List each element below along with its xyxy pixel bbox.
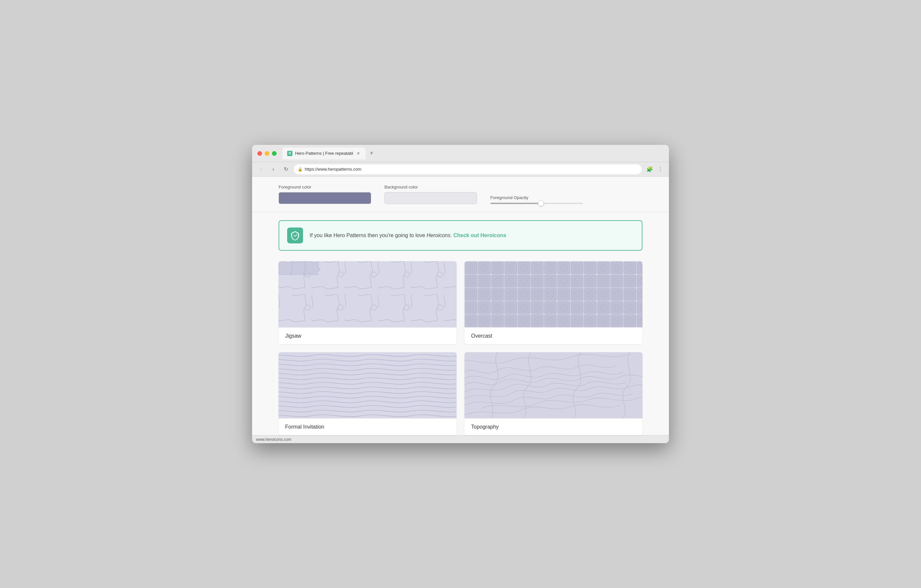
background-color-label: Background color [384,185,477,190]
banner-text-before: If you like Hero Patterns then you're go… [310,232,426,238]
pattern-name-topo: Topography [464,418,643,435]
heroicons-link[interactable]: Check out Heroicons [453,232,506,238]
active-tab[interactable]: H Hero Patterns | Free repeatabl ✕ [283,148,366,159]
jigsaw-svg [278,261,457,327]
tab-bar: H Hero Patterns | Free repeatabl ✕ + [283,148,664,159]
background-color-wrapper [384,192,477,204]
pattern-card-formal[interactable]: Formal Invitation [278,352,457,435]
opacity-slider-container [490,203,583,204]
close-button[interactable] [257,151,262,156]
topo-svg [464,352,643,418]
background-color-swatch[interactable] [384,192,477,204]
opacity-label: Foreground Opacity [490,195,583,200]
browser-window: H Hero Patterns | Free repeatabl ✕ + ‹ ›… [252,145,669,443]
pattern-preview-formal [278,352,457,418]
pattern-name-jigsaw: Jigsaw [278,327,457,344]
reload-button[interactable]: ↻ [281,165,290,174]
status-bar: www.heroicons.com [252,435,669,443]
extensions-button[interactable]: 🧩 [645,165,654,174]
url-bar[interactable]: 🔒 https://www.heropatterns.com [294,164,642,174]
controls-bar: Foreground color Background color Foregr… [252,185,669,212]
status-url: www.heroicons.com [256,437,291,442]
shield-icon [290,230,300,241]
svg-rect-19 [278,352,457,418]
maximize-button[interactable] [272,151,277,156]
back-button[interactable]: ‹ [256,165,265,174]
hero-banner-text: If you like Hero Patterns then you're go… [310,232,506,239]
foreground-color-swatch[interactable] [278,192,371,204]
pattern-name-formal: Formal Invitation [278,418,457,435]
pattern-preview-jigsaw [278,261,457,327]
main-content: If you like Hero Patterns then you're go… [252,220,669,435]
lock-icon: 🔒 [298,167,303,172]
foreground-color-wrapper [278,192,371,204]
tab-favicon: H [287,151,293,156]
heroicons-logo [287,227,303,244]
browser-actions: 🧩 ⋮ [645,165,665,174]
pattern-card-overcast[interactable]: Overcast [464,261,643,344]
pattern-card-jigsaw[interactable]: Jigsaw [278,261,457,344]
traffic-lights [257,151,277,156]
opacity-group: Foreground Opacity [490,195,583,204]
formal-svg [278,352,457,418]
svg-rect-17 [464,261,643,327]
page-content: Foreground color Background color Foregr… [252,177,669,435]
pattern-preview-overcast [464,261,643,327]
pattern-grid: Jigsaw [278,261,643,435]
foreground-color-label: Foreground color [278,185,371,190]
tab-title: Hero Patterns | Free repeatabl [295,151,353,156]
divider [252,212,669,212]
url-text: https://www.heropatterns.com [305,167,361,172]
tab-close-icon[interactable]: ✕ [356,151,361,156]
opacity-slider[interactable] [490,203,583,204]
pattern-card-topo[interactable]: Topography [464,352,643,435]
title-bar: H Hero Patterns | Free repeatabl ✕ + [252,145,669,162]
address-bar: ‹ › ↻ 🔒 https://www.heropatterns.com 🧩 ⋮ [252,162,669,177]
banner-italic-text: Heroicons [426,232,450,238]
menu-button[interactable]: ⋮ [656,165,665,174]
pattern-name-overcast: Overcast [464,327,643,344]
new-tab-button[interactable]: + [367,149,376,158]
minimize-button[interactable] [265,151,269,156]
hero-banner: If you like Hero Patterns then you're go… [278,220,643,251]
forward-button[interactable]: › [268,165,278,174]
background-color-group: Background color [384,185,477,204]
overcast-svg [464,261,643,327]
pattern-preview-topo [464,352,643,418]
svg-rect-20 [464,352,643,418]
foreground-color-group: Foreground color [278,185,371,204]
